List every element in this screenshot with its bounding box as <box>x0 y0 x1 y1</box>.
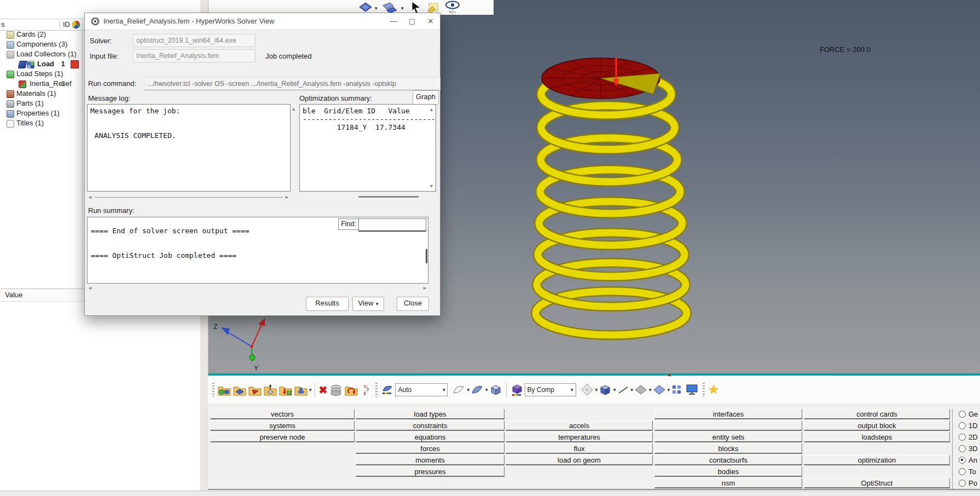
job-status-text: Job completed <box>265 52 312 60</box>
renumber-icon[interactable]: 123 <box>360 383 372 396</box>
panel-button-pressures[interactable]: pressures <box>356 466 505 477</box>
panel-button-preserve-node[interactable]: preserve node <box>210 432 355 442</box>
solver-run-icon[interactable] <box>294 384 308 396</box>
panel-button-blocks[interactable]: blocks <box>654 443 802 454</box>
panel-button-nsm[interactable]: nsm <box>654 478 802 488</box>
solver-field[interactable]: optistruct_2019.1_win64_i64.exe <box>133 34 256 47</box>
panel-button-equations[interactable]: equations <box>356 432 505 442</box>
open-model-icon[interactable] <box>233 384 246 396</box>
mesh-shaded-icon[interactable] <box>599 383 612 396</box>
minimize-button[interactable]: — <box>384 13 403 30</box>
view-button[interactable]: View ▾ <box>352 297 384 311</box>
masking-caret-icon[interactable]: ▾ <box>401 5 404 11</box>
radio-post[interactable] <box>959 480 966 487</box>
optimization-hscrollbar-thumb[interactable] <box>358 196 419 198</box>
shrink-elements-caret-icon[interactable]: ▾ <box>668 387 670 393</box>
view-mode-combo[interactable]: Auto ▾ <box>395 383 448 396</box>
delete-icon[interactable]: ✖ <box>319 384 328 396</box>
load-color-swatch[interactable] <box>71 60 79 68</box>
message-scroll-left-icon[interactable]: ◄ <box>88 194 92 200</box>
panel-button-bodies[interactable]: bodies <box>654 466 802 477</box>
panel-button-optistruct[interactable]: OptiStruct <box>804 478 950 488</box>
shrink-elements-icon[interactable] <box>653 384 666 396</box>
mesh-shaded-caret-icon[interactable]: ▾ <box>613 387 616 393</box>
geometry-shaded-icon[interactable] <box>471 384 484 396</box>
message-scroll-right-icon[interactable]: ► <box>285 194 289 200</box>
features-caret-icon[interactable]: ▾ <box>649 387 652 393</box>
import-file-icon[interactable] <box>248 384 262 396</box>
panel-button-empty[interactable] <box>654 420 802 431</box>
geometry-wireframe-caret-icon[interactable]: ▾ <box>467 387 469 393</box>
close-window-button[interactable]: ✕ <box>421 13 440 30</box>
radio-1d[interactable] <box>959 422 966 429</box>
panel-button-forces[interactable]: forces <box>356 443 505 454</box>
panel-button-constraints[interactable]: constraints <box>356 420 505 431</box>
graph-button[interactable]: Graph <box>413 90 439 105</box>
panel-button-flux[interactable]: flux <box>506 443 653 454</box>
load-results-icon[interactable] <box>279 384 292 396</box>
panel-button-load-on-geom[interactable]: load on geom <box>506 455 653 465</box>
run-summary-box[interactable]: ==== End of solver screen output ==== ==… <box>87 217 428 284</box>
element-color-combo[interactable]: By Comp ▾ <box>525 383 576 396</box>
reload-icon[interactable] <box>345 384 358 396</box>
panel-button-systems[interactable]: systems <box>210 420 355 431</box>
solver-view-dialog[interactable]: Inertia_Relief_Analysis.fem - HyperWorks… <box>84 13 440 316</box>
optimization-summary-box[interactable]: ble Grid/Elem ID Value -----------------… <box>299 104 436 192</box>
export-file-icon[interactable] <box>264 384 277 396</box>
radio-2d[interactable] <box>959 434 966 441</box>
geometry-shaded-caret-icon[interactable]: ▾ <box>485 387 488 393</box>
panel-button-loadsteps[interactable]: loadsteps <box>804 432 950 442</box>
radio-geom[interactable] <box>959 411 966 418</box>
toolbar-handle-2[interactable] <box>375 383 378 397</box>
radio-3d[interactable] <box>959 445 966 452</box>
panel-button-contactsurfs[interactable]: contactsurfs <box>654 455 802 465</box>
toolbar-handle-3[interactable] <box>703 383 705 397</box>
find-input[interactable] <box>358 218 426 232</box>
message-hscrollbar[interactable] <box>95 197 283 198</box>
find-button[interactable]: Find: <box>338 218 359 230</box>
optimization-scroll-down-icon[interactable]: ▼ <box>429 183 434 189</box>
radio-analysis[interactable] <box>959 457 966 464</box>
message-log-box[interactable]: Messages for the job: ANALYSIS COMPLETED… <box>87 104 291 192</box>
message-scroll-up-icon[interactable]: ▲ <box>291 106 296 112</box>
maximize-button[interactable]: ▢ <box>403 13 421 30</box>
panel-button-optimization[interactable]: optimization <box>804 455 950 465</box>
dialog-titlebar[interactable]: Inertia_Relief_Analysis.fem - HyperWorks… <box>85 13 440 30</box>
panel-button-accels[interactable]: accels <box>506 420 653 431</box>
import-model-icon[interactable] <box>218 384 231 396</box>
view-mode-icon[interactable] <box>381 383 394 396</box>
optimization-scroll-up-icon[interactable]: ▲ <box>429 107 434 112</box>
panel-button-control-cards[interactable]: control cards <box>804 409 950 419</box>
panel-button-temperatures[interactable]: temperatures <box>506 432 653 442</box>
performance-monitor-icon[interactable] <box>685 383 699 396</box>
input-file-field[interactable]: Inertia_Relief_Analysis.fem <box>133 49 256 62</box>
panel-button-load-types[interactable]: load types <box>356 409 505 419</box>
run-scroll-left-icon[interactable]: ◄ <box>88 285 92 291</box>
organize-icon[interactable] <box>329 384 343 396</box>
solver-run-caret-icon[interactable]: ▾ <box>309 387 312 393</box>
element-edges-caret-icon[interactable]: ▾ <box>631 387 634 393</box>
element-edges-icon[interactable] <box>617 384 629 396</box>
panel-button-moments[interactable]: moments <box>356 455 505 465</box>
favorites-star-icon[interactable]: ★ <box>708 383 719 397</box>
features-icon[interactable] <box>634 384 647 396</box>
toolbar-handle[interactable] <box>212 383 214 397</box>
mesh-wireframe-icon[interactable] <box>581 383 594 396</box>
multi-window-icon[interactable] <box>671 384 683 396</box>
results-button[interactable]: Results <box>306 297 349 311</box>
close-button[interactable]: Close <box>397 297 429 311</box>
panel-button-output-block[interactable]: output block <box>804 420 950 431</box>
geometry-wireframe-icon[interactable] <box>452 384 465 396</box>
header-id-label[interactable]: ID <box>60 20 70 28</box>
visibility-plus-minus-icon[interactable]: +/− <box>444 0 463 16</box>
panel-button-interfaces[interactable]: interfaces <box>654 409 802 419</box>
run-scroll-right-icon[interactable]: ► <box>422 285 427 291</box>
run-summary-vscrollbar-thumb[interactable] <box>426 249 427 263</box>
solid-geometry-icon[interactable] <box>489 383 502 396</box>
panel-button-entity-sets[interactable]: entity sets <box>654 432 802 442</box>
panel-button-vectors[interactable]: vectors <box>210 409 355 419</box>
radio-tool[interactable] <box>959 468 966 475</box>
mesh-wireframe-caret-icon[interactable]: ▾ <box>595 387 598 393</box>
entity-display-caret-icon[interactable]: ▾ <box>375 5 378 11</box>
element-color-icon[interactable] <box>511 383 524 396</box>
